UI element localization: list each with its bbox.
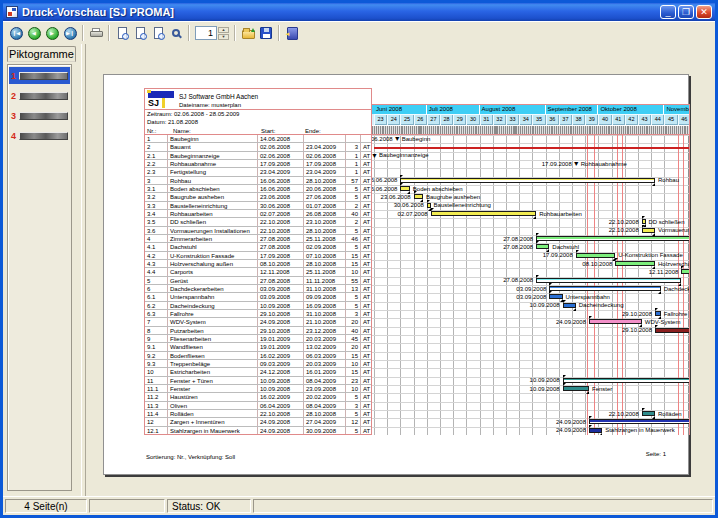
pikto-page-item[interactable]: 3 — [9, 107, 70, 124]
table-row: 2.1Baubeginnanzeige02.06.200802.06.20081… — [145, 152, 372, 160]
cell-dauer: 10 — [346, 385, 361, 392]
cell-start: 02.07.2008 — [258, 210, 304, 217]
cell-nr: 7 — [145, 318, 168, 325]
table-row: 4.3Holzverschalung außen08.10.200828.10.… — [145, 260, 372, 268]
spin-down-icon[interactable]: ▼ — [218, 34, 229, 40]
cell-start: 19.01.2009 — [258, 343, 304, 350]
close-button[interactable]: ✕ — [696, 5, 712, 19]
cell-ende: 21.10.2008 — [304, 318, 346, 325]
datum-label: Datum: 21.08.2008 — [147, 119, 198, 126]
timeline-month-cell: September 2008 — [546, 105, 599, 114]
cell-einheit — [361, 135, 372, 142]
bar-date-label: 29.10.2008 — [622, 327, 652, 334]
toolbar-separator — [188, 25, 190, 41]
save-button[interactable] — [257, 24, 275, 42]
gantt-summary-bar — [536, 236, 690, 241]
exit-button[interactable] — [283, 24, 301, 42]
zoom-button[interactable] — [167, 24, 185, 42]
table-row: 6Dachdeckerarbeiten03.09.200831.10.20081… — [145, 285, 372, 293]
cell-start: 14.06.2008 — [258, 135, 304, 142]
cell-einheit: AT — [361, 302, 372, 309]
table-row: 9.2Bodenfliesen16.02.200906.03.200915AT — [145, 352, 372, 360]
zoom-page-button[interactable] — [113, 24, 131, 42]
task-table: 1Baubeginn14.06.20082Bauamt02.06.200823.… — [144, 135, 372, 435]
zoom-two-page-button[interactable] — [131, 24, 149, 42]
pikto-page-item[interactable]: 4 — [9, 127, 70, 144]
toolbar-separator — [108, 25, 110, 41]
cell-start: 24.09.2008 — [258, 418, 304, 425]
print-button[interactable] — [87, 24, 105, 42]
cell-einheit: AT — [361, 385, 372, 392]
bar-date-label: 27.08.2008 — [503, 277, 533, 284]
page-number-input[interactable] — [195, 26, 217, 40]
cell-einheit: AT — [361, 143, 372, 150]
preview-page: SJ SJ Software GmbH Aachen Dateiname: mu… — [103, 74, 689, 475]
cell-einheit: AT — [361, 268, 372, 275]
cell-dauer — [346, 135, 361, 142]
open-button[interactable] — [239, 24, 257, 42]
bar-date-label: 27.08.2008 — [503, 244, 533, 251]
table-row: 11.3Oliven06.04.200908.04.20093AT — [145, 402, 372, 410]
timeline-months: Juni 2008Juli 2008August 2008September 2… — [372, 105, 689, 114]
gantt-task-bar — [400, 186, 409, 191]
cell-name: Haustüren — [168, 393, 258, 400]
gantt-task-bar — [642, 219, 646, 224]
save-icon — [260, 27, 272, 39]
zoom-width-button[interactable] — [149, 24, 167, 42]
table-row: 2.2Rohbauabnahme17.09.200817.09.20081AT — [145, 160, 372, 168]
cell-nr: 12.1 — [145, 427, 168, 434]
bar-date-label: 24.09.2008 — [556, 419, 586, 426]
timeline-week-cell: 25 — [400, 114, 413, 125]
cell-einheit: AT — [361, 427, 372, 434]
timeline-week-cell: 46 — [678, 114, 690, 125]
cell-dauer: 2 — [346, 218, 361, 225]
cell-ende: 17.09.2008 — [304, 160, 346, 167]
cell-name: Boden abschieben — [168, 185, 258, 192]
next-page-button[interactable]: ▶ — [43, 24, 61, 42]
minimize-button[interactable]: _ — [660, 5, 676, 19]
status-pages: 4 Seite(n) — [5, 499, 87, 513]
bar-name-label: Stahlzargen in Mauerwerk — [605, 427, 675, 434]
pikto-page-number: 1 — [11, 71, 17, 81]
cell-name: Fenster + Türen — [168, 377, 258, 384]
cell-name: Dachstuhl — [168, 243, 258, 250]
first-page-button[interactable]: ❙◀ — [7, 24, 25, 42]
cell-ende: 08.04.2009 — [304, 377, 346, 384]
pikto-page-thumbnail — [19, 112, 68, 120]
cell-nr: 9 — [145, 335, 168, 342]
cell-name: Fliesenarbeiten — [168, 335, 258, 342]
table-row: 12.1Stahlzargen in Mauerwerk24.09.200830… — [145, 427, 372, 435]
cell-ende: 27.06.2008 — [304, 193, 346, 200]
cell-ende: 27.04.2009 — [304, 418, 346, 425]
cell-name: Baugrube ausheben — [168, 193, 258, 200]
cell-einheit: AT — [361, 285, 372, 292]
gantt-task-bar — [563, 386, 589, 391]
milestone-marker: ▼ — [372, 153, 378, 159]
cell-dauer: 15 — [346, 352, 361, 359]
bar-date-label: 12.11.2008 — [649, 269, 679, 276]
maximize-button[interactable]: ❐ — [678, 5, 694, 19]
cell-dauer: 5 — [346, 243, 361, 250]
last-page-button[interactable]: ▶❙ — [61, 24, 79, 42]
cell-name: Bodenfliesen — [168, 352, 258, 359]
cell-name: Zargen + Innentüren — [168, 418, 258, 425]
prev-page-icon: ◀ — [28, 27, 41, 40]
tab-piktogramme[interactable]: Piktogramme — [7, 46, 76, 62]
timeline-days — [372, 125, 689, 135]
pikto-page-item[interactable]: 2 — [9, 87, 70, 104]
cell-einheit: AT — [361, 377, 372, 384]
pikto-page-thumbnail — [19, 92, 68, 100]
cell-ende: 23.04.2009 — [304, 143, 346, 150]
bar-date-label: 24.09.2008 — [556, 319, 586, 326]
pikto-page-number: 3 — [11, 111, 17, 121]
gantt-task-bar — [681, 269, 690, 274]
table-row: 2Bauamt02.06.200823.04.20093AT — [145, 143, 372, 151]
window-title: Druck-Vorschau [SJ PROMA] — [22, 6, 660, 18]
prev-page-button[interactable]: ◀ — [25, 24, 43, 42]
pikto-page-item[interactable]: 1 — [9, 67, 70, 84]
timeline-week-cell: 31 — [480, 114, 493, 125]
table-row: 9Fliesenarbeiten19.01.200920.03.200945AT — [145, 335, 372, 343]
timeline-week-cell: 41 — [612, 114, 625, 125]
cell-einheit: AT — [361, 185, 372, 192]
spin-up-icon[interactable]: ▲ — [218, 27, 229, 33]
